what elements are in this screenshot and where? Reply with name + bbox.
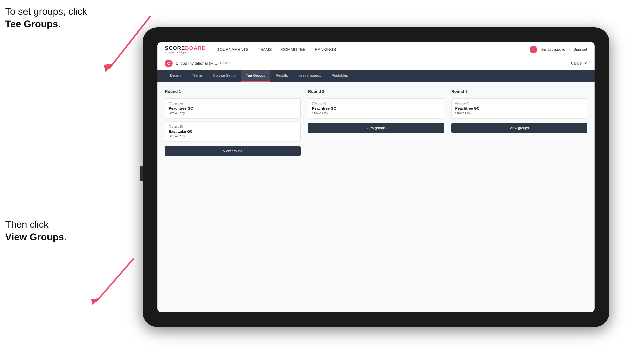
nav-separator: | <box>569 47 570 52</box>
tab-printables[interactable]: Printables <box>326 70 353 82</box>
instruction-bottom-bold: View Groups <box>5 231 64 242</box>
tournament-name: Clippd Invitational (M... <box>176 61 217 66</box>
tab-details[interactable]: Details <box>165 70 186 82</box>
round-3-column: Round 3 (Course A) Peachtree GC Stroke P… <box>451 89 587 156</box>
round-1-course-b-card: (Course B) East Lake GC Stroke Play <box>165 122 300 142</box>
tab-results[interactable]: Results <box>270 70 293 82</box>
logo-text: SCOREBOARD <box>165 45 206 51</box>
round-2-view-groups-button[interactable]: View groups <box>308 123 444 133</box>
nav-rankings[interactable]: RANKINGS <box>315 47 336 52</box>
logo-area: SCOREBOARD Powered by clippit <box>165 45 206 54</box>
round-1-course-a-label: (Course A) <box>169 102 297 105</box>
avatar <box>530 46 537 53</box>
round-1-course-a-name: Peachtree GC <box>169 106 297 111</box>
tablet-screen: SCOREBOARD Powered by clippit TOURNAMENT… <box>158 42 594 312</box>
round-1-column: Round 1 (Course A) Peachtree GC Stroke P… <box>165 89 300 156</box>
svg-line-2 <box>96 259 133 301</box>
instruction-bottom: Then click View Groups. <box>5 218 66 243</box>
rounds-grid: Round 1 (Course A) Peachtree GC Stroke P… <box>165 89 587 156</box>
round-2-title: Round 2 <box>308 89 444 94</box>
nav-links: TOURNAMENTS TEAMS COMMITTEE RANKINGS <box>217 47 530 52</box>
round-3-course-a-type: Stroke Play <box>455 111 583 115</box>
main-content: Round 1 (Course A) Peachtree GC Stroke P… <box>158 82 594 312</box>
round-2-course-a-card: (Course A) Peachtree GC Stroke Play <box>308 98 444 119</box>
round-1-course-b-label: (Course B) <box>169 125 297 128</box>
round-2-course-a-label: (Course A) <box>312 102 440 105</box>
round-3-title: Round 3 <box>451 89 587 94</box>
round-2-course-a-type: Stroke Play <box>312 111 440 115</box>
round-3-course-a-card: (Course A) Peachtree GC Stroke Play <box>451 98 587 119</box>
tab-teams[interactable]: Teams <box>186 70 208 82</box>
round-3-course-a-name: Peachtree GC <box>455 106 583 111</box>
arrow-view-groups <box>78 257 148 309</box>
instruction-top-bold: Tee Groups <box>5 18 58 29</box>
svg-marker-1 <box>104 64 113 72</box>
tablet-device: SCOREBOARD Powered by clippit TOURNAMENT… <box>142 27 609 327</box>
top-nav: SCOREBOARD Powered by clippit TOURNAMENT… <box>158 42 594 57</box>
tournament-bar: C Clippd Invitational (M... Hosting Canc… <box>158 57 594 70</box>
round-3-view-groups-button[interactable]: View groups <box>451 123 587 133</box>
instruction-top: To set groups, click Tee Groups. <box>5 5 87 30</box>
round-1-course-a-type: Stroke Play <box>169 111 297 115</box>
nav-right: blair@clippd.io | Sign out <box>530 46 587 53</box>
sign-out-link[interactable]: Sign out <box>574 47 587 52</box>
cancel-button[interactable]: Cancel ✕ <box>571 61 587 66</box>
tab-bar: Details Teams Course Setup Tee Groups Re… <box>158 70 594 82</box>
round-2-column: Round 2 (Course A) Peachtree GC Stroke P… <box>308 89 444 156</box>
round-1-course-a-card: (Course A) Peachtree GC Stroke Play <box>165 98 300 119</box>
round-2-course-a-name: Peachtree GC <box>312 106 440 111</box>
tab-tee-groups[interactable]: Tee Groups <box>241 70 270 82</box>
instruction-bottom-line1: Then click <box>5 219 48 230</box>
nav-committee[interactable]: COMMITTEE <box>281 47 306 52</box>
user-email: blair@clippd.io <box>541 47 565 52</box>
tournament-title-area: C Clippd Invitational (M... Hosting <box>165 60 231 67</box>
round-1-course-b-type: Stroke Play <box>169 135 297 138</box>
logo-sub: Powered by clippit <box>165 51 206 54</box>
round-1-view-groups-button[interactable]: View groups <box>165 146 300 156</box>
instruction-top-line1: To set groups, click <box>5 6 87 17</box>
nav-tournaments[interactable]: TOURNAMENTS <box>217 47 248 52</box>
tournament-hosting: Hosting <box>220 61 231 65</box>
svg-marker-3 <box>91 298 100 305</box>
nav-teams[interactable]: TEAMS <box>258 47 272 52</box>
round-1-title: Round 1 <box>165 89 300 94</box>
tournament-logo: C <box>165 60 172 67</box>
tab-leaderboards[interactable]: Leaderboards <box>293 70 326 82</box>
round-1-course-b-name: East Lake GC <box>169 130 297 134</box>
tab-course-setup[interactable]: Course Setup <box>208 70 241 82</box>
round-3-course-a-label: (Course A) <box>455 102 583 105</box>
tablet-side-button <box>140 167 143 181</box>
